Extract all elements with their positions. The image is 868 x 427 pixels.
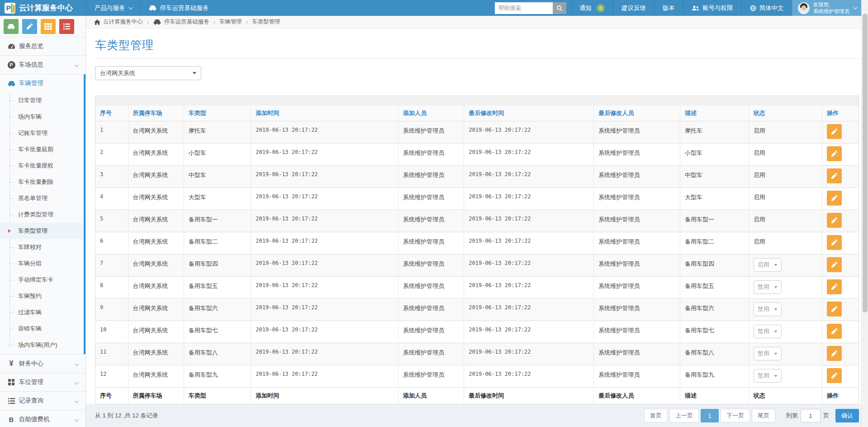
chevron-down-icon (75, 361, 79, 366)
sidebar-subitem-14[interactable]: 容错车辆 (0, 321, 85, 337)
sidebar-subitem-15[interactable]: 场内车辆(用户) (0, 337, 85, 353)
sidebar-subitem-6[interactable]: 黑名单管理 (0, 190, 85, 206)
edit-button[interactable] (827, 213, 842, 228)
navbar-item-feedback[interactable]: 建议反馈 (613, 0, 654, 16)
chevron-down-icon (853, 5, 858, 10)
app-brand[interactable]: P 云计算服务中心 (0, 0, 86, 16)
sidebar-subitem-11[interactable]: 手动绑定车卡 (0, 272, 85, 288)
pagination-controls: 首页 上一页 1 下一页 尾页 (644, 409, 775, 422)
breadcrumb-item-1[interactable]: 停车运营基础服务 (153, 18, 209, 26)
sidebar-item-lot-info[interactable]: P车场信息 (0, 56, 85, 74)
breadcrumb-item-2[interactable]: 车辆管理 (219, 18, 242, 26)
sidebar-subitem-5[interactable]: 车卡批量删除 (0, 174, 85, 190)
navbar-item-version[interactable]: 版本 (654, 0, 683, 16)
pagination-last[interactable]: 尾页 (752, 409, 775, 422)
edit-button[interactable] (827, 168, 842, 183)
list-icon (63, 24, 70, 29)
scrollbar[interactable] (861, 0, 868, 427)
cell-added-time: 2019-06-13 20:17:22 (251, 166, 398, 188)
navbar-menu-parking-ops[interactable]: 停车运营基础服务 (140, 0, 217, 16)
column-header-5[interactable]: 最后修改时间 (464, 106, 594, 121)
cell-added-time: 2019-06-13 20:17:22 (251, 299, 398, 321)
status-select[interactable]: 禁用 (754, 369, 782, 383)
cell-status: 禁用 (749, 343, 822, 365)
sidebar-item-overview[interactable]: 服务总览 (0, 37, 85, 55)
pagination-first[interactable]: 首页 (644, 409, 668, 422)
scrollbar-thumb[interactable] (863, 14, 868, 312)
status-select[interactable]: 禁用 (754, 347, 782, 360)
column-header-2[interactable]: 车类型 (184, 106, 251, 121)
status-select[interactable]: 禁用 (754, 302, 782, 316)
pagination-next[interactable]: 下一页 (721, 409, 750, 422)
pagination-prev[interactable]: 上一页 (669, 409, 699, 422)
sidebar-item-records[interactable]: 记录查询 (0, 392, 85, 410)
sidebar-item-finance[interactable]: ¥财务中心 (0, 355, 85, 373)
sidebar-item-kiosk[interactable]: B自助缴费机 (0, 410, 85, 427)
status-select[interactable]: 禁用 (754, 325, 782, 338)
column-header-9[interactable]: 操作 (822, 106, 859, 121)
goto-page-input[interactable] (801, 409, 821, 422)
car-icon (7, 23, 15, 30)
parking-lot-select[interactable]: 台湾网关系统 (95, 66, 201, 80)
shortcut-edit-button[interactable] (22, 19, 37, 34)
breadcrumb-item-0[interactable]: 云计算服务中心 (94, 18, 143, 26)
status-select[interactable]: 启用 (754, 258, 782, 272)
cell-added-by: 系统维护管理员 (398, 144, 464, 166)
pagination-page-1[interactable]: 1 (701, 409, 719, 422)
cell-operation (822, 343, 859, 365)
cell-added-time: 2019-06-13 20:17:22 (251, 321, 398, 343)
cell-lot: 台湾网关系统 (128, 121, 184, 144)
navbar-menu-products[interactable]: 产品与服务 (86, 0, 140, 16)
sidebar-subitem-13[interactable]: 过滤车辆 (0, 304, 85, 321)
sidebar-subitem-8[interactable]: 车类型管理 (0, 223, 85, 239)
user-menu[interactable]: 欢迎您, 系统维护管理员 (792, 0, 868, 16)
sidebar-subitem-9[interactable]: 车牌校对 (0, 239, 85, 255)
navbar-item-notifications[interactable]: 通知0 (571, 0, 613, 16)
shortcut-list-button[interactable] (59, 19, 74, 34)
edit-button[interactable] (827, 191, 842, 206)
sidebar-subitem-10[interactable]: 车辆分组 (0, 255, 85, 272)
sidebar-subitem-12[interactable]: 车辆预约 (0, 288, 85, 304)
cell-lot: 台湾网关系统 (128, 210, 184, 232)
confirm-button[interactable]: 确认 (835, 409, 859, 422)
edit-button[interactable] (827, 146, 842, 161)
edit-button[interactable] (827, 302, 842, 317)
status-select[interactable]: 禁用 (754, 280, 782, 294)
column-header-1[interactable]: 所属停车场 (128, 106, 184, 121)
sidebar-subitem-7[interactable]: 计费类型管理 (0, 206, 85, 223)
shortcut-table-button[interactable] (41, 19, 56, 34)
sidebar-subitem-4[interactable]: 车卡批量授权 (0, 158, 85, 174)
edit-button[interactable] (827, 279, 842, 294)
sidebar-subitem-2[interactable]: 记账车管理 (0, 125, 85, 141)
shortcut-vehicle-button[interactable] (4, 19, 19, 34)
sidebar-subitem-0[interactable]: 日常管理 (0, 92, 85, 109)
column-header-0[interactable]: 序号 (95, 106, 128, 121)
sidebar-section-lot-info: P车场信息 (0, 55, 85, 74)
sidebar-subitem-label: 场内车辆 (18, 113, 42, 121)
sidebar-item-vehicle-mgmt[interactable]: 车辆管理 (0, 74, 85, 92)
cell-status: 启用 (749, 144, 822, 166)
search-input[interactable] (495, 2, 553, 14)
edit-button[interactable] (827, 324, 842, 339)
column-header-4[interactable]: 添加人员 (398, 106, 464, 121)
sidebar-subitem-3[interactable]: 车卡批量延期 (0, 141, 85, 158)
footer-column-1: 所属停车场 (128, 388, 184, 404)
sidebar-subitem-1[interactable]: 场内车辆 (0, 109, 85, 125)
column-header-3[interactable]: 添加时间 (251, 106, 398, 121)
search-button[interactable] (553, 2, 566, 14)
parking-lot-select-value: 台湾网关系统 (100, 69, 135, 77)
edit-button[interactable] (827, 235, 842, 250)
chevron-down-icon (774, 353, 777, 355)
breadcrumb-label: 停车运营基础服务 (164, 18, 209, 26)
navbar-item-language[interactable]: 简体中文 (741, 0, 792, 16)
edit-button[interactable] (827, 257, 842, 272)
column-header-8[interactable]: 状态 (749, 106, 822, 121)
navbar-item-account-permissions[interactable]: 账号与权限 (683, 0, 741, 16)
edit-button[interactable] (827, 368, 842, 383)
column-header-7[interactable]: 描述 (680, 106, 749, 121)
edit-button[interactable] (827, 124, 842, 139)
globe-icon (750, 5, 756, 11)
edit-button[interactable] (827, 346, 842, 361)
sidebar-item-space-mgmt[interactable]: 车位管理 (0, 373, 85, 391)
column-header-6[interactable]: 最后修改人员 (594, 106, 680, 121)
